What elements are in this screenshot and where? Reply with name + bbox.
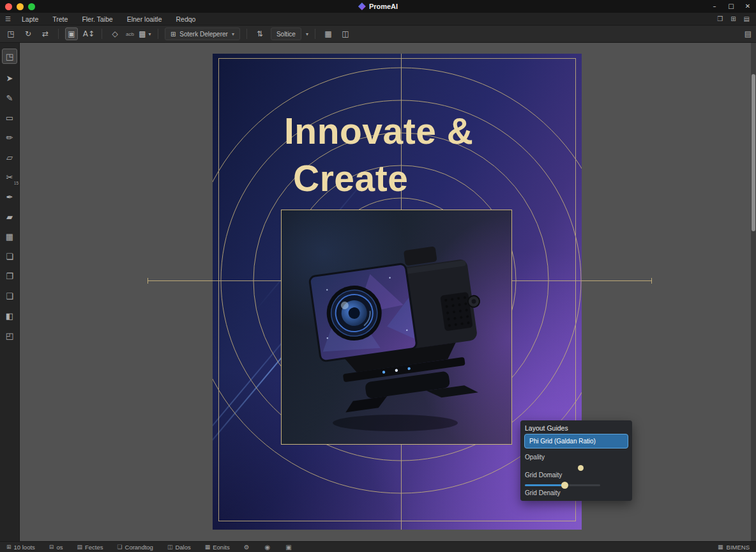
dimensions-icon: ▦ — [718, 544, 723, 550]
scrollbar-thumb[interactable] — [752, 74, 755, 231]
hamburger-icon[interactable]: ☰ — [5, 15, 11, 22]
status-item-corandtog[interactable]: ❏ Corandtog — [117, 544, 153, 551]
image-tool-button[interactable]: ▣ — [65, 27, 78, 40]
statusbar-right[interactable]: ▦ BIMENS — [718, 544, 750, 551]
comment-tool[interactable]: ❏ — [2, 247, 17, 266]
flip-icon[interactable]: ⇄ — [39, 27, 52, 40]
product-image-frame[interactable] — [281, 210, 512, 445]
menubar: ☰ Lapte Trete Fler. Taibe Elner loaitle … — [0, 13, 756, 26]
grid-density-label: Grid Domaity — [525, 471, 562, 479]
chevron-down-icon: ▾ — [148, 31, 151, 37]
pattern-tool[interactable]: ▦ — [2, 227, 17, 247]
macos-zoom-button[interactable] — [28, 3, 35, 10]
settings-gear-icon[interactable]: ⚙ — [244, 544, 250, 551]
status-item-dalos[interactable]: ◫ Dalos — [167, 544, 191, 551]
crop-tool[interactable]: ◳ — [2, 49, 17, 64]
sort-icon[interactable]: ⇅ — [253, 27, 266, 40]
mode-selector-dropdown[interactable]: Soltice — [271, 27, 301, 40]
menu-item-view[interactable]: Fler. Taibe — [75, 15, 119, 23]
tool-badge: 15 — [14, 181, 19, 185]
small-grid-icon[interactable]: ▣ — [285, 544, 291, 551]
rotate-icon[interactable]: ↻ — [22, 27, 34, 40]
status-item-os[interactable]: ⊟ os — [49, 544, 63, 551]
guide-tick — [147, 278, 148, 284]
maximize-button[interactable]: □ — [723, 0, 739, 13]
main-area: ◳ ➤ ✎ ▭ ✏ ▱ ✂15 ✒ ▰ ▦ ❏ ❐ ❑ ◧ ◰ — [0, 43, 756, 541]
horizontal-guide-line — [582, 280, 652, 281]
close-button[interactable]: ✕ — [739, 0, 756, 13]
fill-tool[interactable]: ▰ — [2, 207, 17, 227]
grid-density-slider-knob[interactable] — [561, 482, 568, 489]
scissors-tool[interactable]: ✂15 — [2, 167, 17, 187]
brush-tool[interactable]: ✏ — [2, 128, 17, 148]
menu-item-design[interactable]: Redqo — [169, 15, 203, 23]
rectangle-tool[interactable]: ▭ — [2, 108, 17, 128]
app-title: PromeAI — [358, 3, 398, 10]
window-grid-icon[interactable]: ⊞ — [730, 15, 736, 22]
macos-close-button[interactable] — [5, 3, 12, 10]
menu-item-file[interactable]: Lapte — [15, 15, 45, 23]
corandtog-icon: ❏ — [117, 544, 122, 550]
toolbar: ◳ ↻ ⇄ ▣ A↕ ◇ acb ▩ ▾ ⊞ Soterk Deleperer … — [0, 26, 756, 43]
style-selector-dropdown[interactable]: ⊞ Soterk Deleperer ▾ — [165, 27, 240, 40]
pen-tool[interactable]: ✎ — [2, 88, 17, 108]
grid-density-slider[interactable] — [525, 484, 600, 486]
menu-item-insert[interactable]: Elner loaitle — [120, 15, 169, 23]
fectes-icon: ▤ — [77, 544, 82, 550]
status-item-eonits[interactable]: ▦ Eonits — [205, 544, 230, 551]
guide-tick — [651, 278, 652, 284]
status-item-loots[interactable]: ⊞ 10 loots — [6, 544, 35, 551]
swatch-icon: ▩ — [139, 29, 146, 38]
ink-tool[interactable]: ✒ — [2, 187, 17, 207]
toolbar-separator — [158, 29, 158, 39]
slider-fill — [525, 484, 564, 486]
status-item-label: Corandtog — [125, 544, 153, 551]
app-window: PromeAI – □ ✕ ☰ Lapte Trete Fler. Taibe … — [0, 0, 756, 552]
headline-line1: Innovate & — [284, 107, 473, 155]
tool-panel: ◳ ➤ ✎ ▭ ✏ ▱ ✂15 ✒ ▰ ▦ ❏ ❐ ❑ ◧ ◰ — [0, 43, 20, 541]
artboard-tool[interactable]: ◰ — [2, 326, 17, 346]
chevron-down-icon[interactable]: ▾ — [306, 31, 308, 37]
panel-title: Layout Guides — [525, 424, 568, 432]
layers-tool[interactable]: ❑ — [2, 286, 17, 306]
poster-headline: Innovate & Create — [284, 107, 473, 202]
grid-density-label-2: Grid Denaity — [525, 489, 561, 496]
distribute-icon[interactable]: ◫ — [339, 27, 352, 40]
align-grid-icon[interactable]: ▦ — [322, 27, 335, 40]
mask-tool[interactable]: ◧ — [2, 306, 17, 326]
grid-style-icon: ⊞ — [170, 31, 176, 38]
statusbar-right-label: BIMENS — [727, 544, 750, 551]
eonits-icon: ▦ — [205, 544, 211, 550]
opacity-slider-knob[interactable] — [578, 465, 584, 471]
titlebar: PromeAI – □ ✕ — [0, 0, 756, 13]
minimize-button[interactable]: – — [706, 0, 723, 13]
app-logo-icon — [358, 3, 366, 10]
lock-icon[interactable]: ◉ — [265, 544, 271, 551]
grid-type-value: Phi Grid (Galdan Ratio) — [529, 438, 596, 445]
toolbar-separator — [102, 29, 102, 39]
shape-tool[interactable]: ▱ — [2, 148, 17, 167]
window-list-icon[interactable]: ▤ — [744, 15, 750, 22]
status-item-label: os — [56, 544, 63, 551]
os-icon: ⊟ — [49, 544, 54, 550]
layout-guides-panel: Layout Guides Phi Grid (Galdan Ratio) Op… — [520, 420, 632, 501]
crop-rotate-icon[interactable]: ◳ — [4, 27, 17, 40]
macos-minimize-button[interactable] — [17, 3, 24, 10]
status-item-fectes[interactable]: ▤ Fectes — [77, 544, 103, 551]
panel-toggle-icon[interactable]: ▤ — [745, 29, 752, 38]
scissors-glyph: ✂ — [6, 172, 13, 182]
canvas-area[interactable]: Innovate & Create — [20, 43, 756, 541]
grid-type-select[interactable]: Phi Grid (Galdan Ratio) — [524, 434, 628, 448]
swatch-dropdown[interactable]: ▩ ▾ — [139, 27, 151, 40]
window-split-icon[interactable]: ❐ — [717, 15, 723, 22]
toolbar-separator — [58, 29, 59, 39]
status-item-label: 10 loots — [14, 544, 35, 551]
select-tool[interactable]: ➤ — [2, 68, 17, 88]
vertical-scrollbar[interactable] — [751, 43, 756, 541]
frame-tool[interactable]: ❐ — [2, 266, 17, 286]
menu-item-edit[interactable]: Trete — [45, 15, 75, 23]
text-size-icon[interactable]: A↕ — [82, 27, 95, 40]
loots-icon: ⊞ — [6, 544, 11, 550]
diamond-shape-icon[interactable]: ◇ — [109, 27, 121, 40]
opacity-label: Opality — [525, 454, 545, 461]
